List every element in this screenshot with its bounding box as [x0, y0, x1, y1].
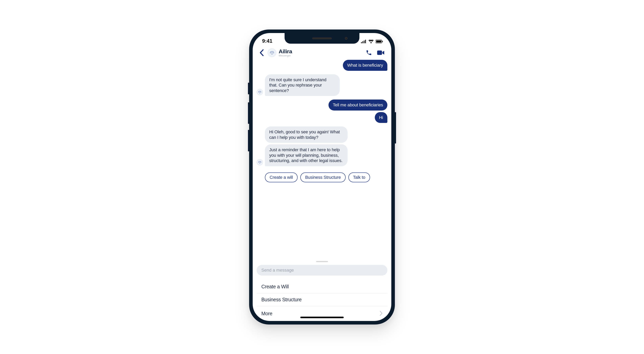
chat-thread[interactable]: What is beneficiary I'm not quite sure I…: [253, 60, 391, 257]
front-camera: [345, 37, 348, 40]
quick-reply-chip[interactable]: Create a will: [265, 173, 298, 182]
menu-item-label: Create a Will: [261, 284, 289, 290]
video-call-button[interactable]: [377, 49, 384, 56]
quick-reply-row[interactable]: Create a will Business Structure Talk to: [256, 170, 391, 182]
svg-rect-10: [377, 50, 382, 55]
home-indicator[interactable]: [300, 317, 344, 318]
user-message[interactable]: Hi: [375, 112, 388, 123]
svg-rect-6: [382, 41, 383, 42]
notch: [284, 33, 360, 44]
sheet-handle[interactable]: [316, 261, 328, 262]
screen: 9:41: [253, 33, 391, 321]
svg-rect-3: [365, 40, 366, 43]
menu-item-label: More: [261, 311, 272, 317]
svg-rect-5: [376, 40, 381, 42]
cellular-icon: [361, 40, 366, 43]
quick-reply-chip[interactable]: Talk to: [348, 173, 370, 182]
svg-rect-0: [361, 42, 362, 43]
quick-reply-chip[interactable]: Business Structure: [300, 173, 346, 182]
user-message[interactable]: What is beneficiary: [343, 60, 388, 71]
menu-item-more[interactable]: More: [256, 306, 388, 321]
voice-call-button[interactable]: [365, 49, 372, 56]
status-time: 9:41: [260, 38, 272, 45]
bot-message[interactable]: Just a reminder that I am here to help y…: [265, 144, 348, 166]
message-input[interactable]: [256, 265, 388, 276]
bot-message[interactable]: Hi Oleh, good to see you again! What can…: [265, 127, 348, 143]
chevron-right-icon: [380, 310, 383, 317]
menu-item-create-will[interactable]: Create a Will: [256, 280, 388, 293]
battery-icon: [376, 40, 383, 43]
menu-list: Create a Will Business Structure More: [256, 280, 388, 321]
side-button: [248, 83, 249, 94]
menu-item-label: Business Structure: [261, 297, 302, 303]
back-button[interactable]: [258, 49, 265, 56]
bot-message[interactable]: I'm not quite sure I understand that. Ca…: [265, 74, 340, 96]
speaker: [312, 37, 332, 39]
chat-subtitle: Messenger: [279, 54, 363, 57]
chat-title: Ailira: [279, 48, 363, 55]
phone-frame: 9:41: [249, 29, 395, 325]
power-button: [395, 112, 396, 144]
menu-item-business-structure[interactable]: Business Structure: [256, 293, 388, 306]
user-message[interactable]: Tell me about beneficiaries: [328, 100, 388, 111]
volume-down-button: [248, 130, 249, 152]
svg-rect-2: [364, 40, 364, 43]
bot-avatar-small: [256, 159, 263, 166]
avatar[interactable]: [268, 48, 276, 57]
volume-up-button: [248, 102, 249, 124]
svg-rect-1: [362, 41, 363, 43]
chat-header: Ailira Messenger: [253, 45, 391, 60]
bot-avatar-small: [256, 89, 263, 95]
wifi-icon: [368, 40, 374, 43]
